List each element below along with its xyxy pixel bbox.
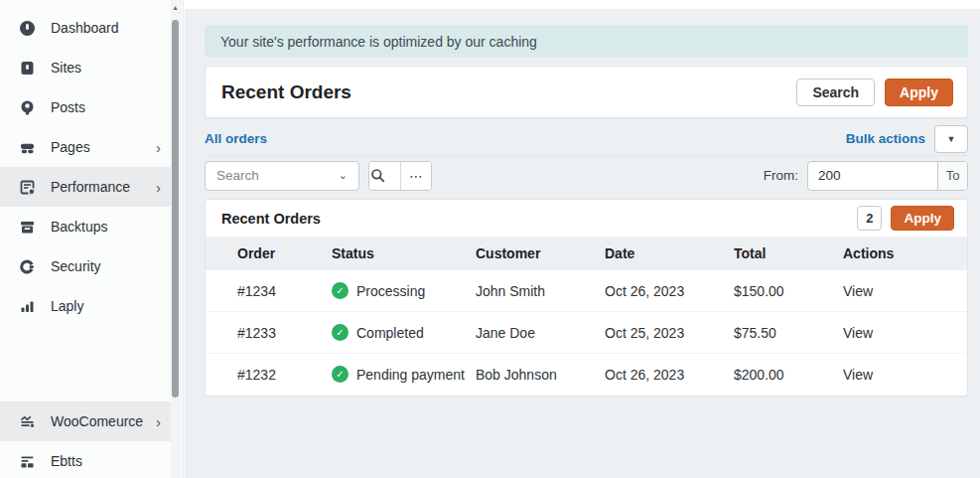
notice-banner: Your site's performance is optimized by … bbox=[205, 25, 968, 58]
total-cell: $150.00 bbox=[734, 283, 843, 299]
date-cell: Oct 26, 2023 bbox=[605, 367, 734, 383]
from-field-wrap: To bbox=[807, 161, 968, 191]
column-header-status: Status bbox=[332, 245, 476, 261]
search-tools-group: ⋯ bbox=[368, 161, 432, 191]
order-id-cell: #1232 bbox=[237, 367, 332, 383]
status-cell: ✓Pending payment bbox=[332, 366, 476, 383]
sidebar-item-label: Pages bbox=[51, 139, 90, 155]
status-cell: ✓Processing bbox=[332, 282, 476, 299]
column-header-actions: Actions bbox=[843, 245, 951, 261]
posts-icon bbox=[19, 99, 36, 116]
sidebar-menu: DashboardSitesPostsPages›Performance›Bac… bbox=[0, 8, 171, 326]
to-suffix-button[interactable]: To bbox=[937, 162, 967, 190]
backups-icon bbox=[19, 219, 36, 236]
status-cell: ✓Completed bbox=[332, 324, 476, 341]
grid-icon bbox=[19, 453, 36, 470]
from-label: From: bbox=[764, 168, 798, 183]
admin-sidebar: DashboardSitesPostsPages›Performance›Bac… bbox=[0, 0, 184, 478]
sidebar-item-security[interactable]: Security bbox=[0, 246, 171, 286]
sidebar-item-label: Dashboard bbox=[51, 20, 119, 36]
sidebar-item-performance[interactable]: Performance› bbox=[0, 167, 171, 207]
table-apply-button[interactable]: Apply bbox=[891, 206, 954, 231]
table-body: #1234✓ProcessingJohn SmithOct 26, 2023$1… bbox=[206, 270, 967, 395]
top-strip bbox=[185, 0, 980, 9]
order-id-cell: #1233 bbox=[237, 325, 332, 341]
table-header-row: OrderStatusCustomerDateTotalActions bbox=[206, 237, 967, 270]
sidebar-item-label: Security bbox=[51, 258, 101, 274]
view-action-link[interactable]: View bbox=[843, 325, 951, 341]
check-circle-icon: ✓ bbox=[332, 366, 349, 383]
more-options-button[interactable]: ⋯ bbox=[400, 162, 431, 190]
sidebar-menu-bottom: WooComeurce›Ebtts bbox=[0, 401, 171, 478]
sidebar-item-pages[interactable]: Pages› bbox=[0, 127, 171, 167]
scroll-up-arrow-icon[interactable]: ▲ bbox=[171, 4, 180, 11]
recent-orders-header-card: Recent Orders Search Apply bbox=[205, 66, 968, 118]
dashboard-icon bbox=[19, 20, 36, 37]
status-label: Completed bbox=[356, 325, 424, 341]
sidebar-item-ebtts[interactable]: Ebtts bbox=[0, 441, 171, 478]
sidebar-item-backtups[interactable]: Backtups bbox=[0, 207, 171, 246]
customer-cell: Jane Doe bbox=[476, 325, 605, 341]
customer-cell: John Smith bbox=[476, 283, 605, 299]
apply-button[interactable]: Apply bbox=[885, 79, 953, 106]
search-icon bbox=[369, 167, 385, 184]
sidebar-item-dashboard[interactable]: Dashboard bbox=[0, 8, 171, 48]
date-cell: Oct 25, 2023 bbox=[605, 325, 734, 341]
sidebar-item-laply[interactable]: Laply bbox=[0, 286, 171, 326]
column-header-total: Total bbox=[734, 245, 843, 261]
sidebar-item-label: Sites bbox=[51, 60, 81, 76]
status-label: Processing bbox=[356, 283, 425, 299]
table-row: #1233✓CompletedJane DoeOct 25, 2023$75.5… bbox=[206, 312, 967, 354]
status-label: Pending payment bbox=[356, 367, 465, 383]
sidebar-item-label: Performance bbox=[51, 179, 130, 195]
sidebar-item-woocomeurce[interactable]: WooComeurce› bbox=[0, 401, 171, 441]
search-select-placeholder: Search bbox=[216, 168, 259, 183]
view-action-link[interactable]: View bbox=[843, 283, 951, 299]
caret-down-icon: ▼ bbox=[947, 134, 956, 144]
check-circle-icon: ✓ bbox=[332, 282, 349, 299]
date-cell: Oct 26, 2023 bbox=[605, 283, 734, 299]
security-icon bbox=[19, 258, 36, 275]
total-cell: $200.00 bbox=[734, 367, 843, 383]
notice-banner-text: Your site's performance is optimized by … bbox=[220, 34, 537, 50]
count-badge: 2 bbox=[857, 206, 882, 231]
sidebar-item-label: WooComeurce bbox=[51, 413, 143, 429]
page-title: Recent Orders bbox=[221, 81, 796, 103]
order-id-cell: #1234 bbox=[237, 283, 332, 299]
chevron-down-icon: ⌄ bbox=[339, 169, 348, 182]
sidebar-item-label: Posts bbox=[51, 99, 85, 115]
view-action-link[interactable]: View bbox=[843, 367, 951, 383]
pages-icon bbox=[19, 139, 36, 156]
sidebar-scrollbar-track[interactable]: ▲ bbox=[171, 0, 182, 478]
sidebar-scrollbar-thumb[interactable] bbox=[172, 20, 179, 398]
sidebar-item-posts[interactable]: Posts bbox=[0, 87, 171, 127]
sidebar-item-label: Ebtts bbox=[51, 453, 82, 469]
table-title: Recent Orders bbox=[221, 211, 857, 227]
search-button[interactable]: Search bbox=[796, 79, 875, 106]
woocommerce-icon bbox=[19, 413, 36, 430]
table-row: #1232✓Pending paymentBob JohnsonOct 26, … bbox=[206, 354, 967, 395]
filter-row-search: Search ⌄ ⋯ From: To bbox=[205, 160, 968, 191]
bulk-actions-dropdown-button[interactable]: ▼ bbox=[934, 125, 968, 153]
column-header-order: Order bbox=[237, 245, 332, 261]
column-header-customer: Customer bbox=[476, 245, 605, 261]
check-circle-icon: ✓ bbox=[332, 324, 349, 341]
column-header-date: Date bbox=[605, 245, 734, 261]
bulk-actions-group: Bulk actions ▼ bbox=[846, 125, 968, 153]
sites-icon bbox=[19, 60, 36, 77]
search-select[interactable]: Search ⌄ bbox=[205, 161, 359, 191]
ellipsis-icon: ⋯ bbox=[409, 168, 423, 184]
all-orders-link[interactable]: All orders bbox=[205, 131, 267, 146]
chevron-right-icon: › bbox=[156, 414, 161, 429]
table-row: #1234✓ProcessingJohn SmithOct 26, 2023$1… bbox=[206, 270, 967, 312]
performance-icon bbox=[19, 179, 36, 196]
from-input[interactable] bbox=[808, 162, 937, 190]
customer-cell: Bob Johnson bbox=[476, 367, 605, 383]
magnifier-button[interactable] bbox=[369, 162, 400, 190]
sidebar-item-label: Backtups bbox=[51, 219, 108, 235]
recent-orders-table-card: Recent Orders 2 Apply OrderStatusCustome… bbox=[205, 199, 968, 397]
sidebar-item-sites[interactable]: Sites bbox=[0, 48, 171, 87]
bulk-actions-link[interactable]: Bulk actions bbox=[846, 131, 925, 146]
chevron-right-icon: › bbox=[156, 140, 161, 155]
table-subheader: Recent Orders 2 Apply bbox=[206, 200, 967, 237]
